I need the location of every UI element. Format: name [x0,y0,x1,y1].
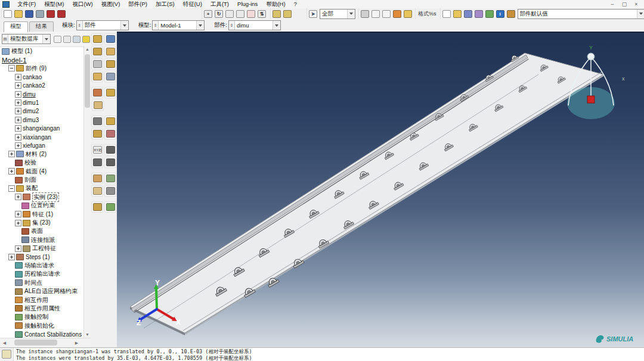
render-shaded-icon[interactable] [485,10,494,18]
menu-item-1[interactable]: 模型(M) [40,1,68,8]
expand-icon[interactable] [8,151,15,157]
merge-cut-instances-icon[interactable] [91,46,103,57]
scroll-up-icon[interactable]: ▲ [84,46,91,52]
close-button[interactable]: × [633,1,639,7]
tree-item-history-output-requests[interactable]: 历程输出请求 [0,270,84,278]
wireframe-box-icon[interactable] [442,10,451,18]
tree-item-engineering-features[interactable]: 工程特征 [0,244,84,253]
edit-attributes-icon[interactable] [72,35,80,43]
menu-item-4[interactable]: 部件(P) [124,1,151,8]
tree-item-sections[interactable]: 截面 (4) [0,167,84,175]
tree-item-connector-assignments[interactable]: 连接指派 [0,236,84,244]
part-combo[interactable]: ⇕dimu [228,20,281,30]
expand-icon[interactable] [15,82,21,89]
expand-icon[interactable] [15,117,21,123]
expand-icon[interactable] [8,168,15,175]
expand-icon[interactable] [15,74,21,80]
parallel-edge-icon[interactable] [104,116,116,127]
scroll-thumb[interactable] [85,54,90,108]
edge-to-edge-icon[interactable] [91,128,103,139]
box-zoom-icon[interactable] [236,10,245,18]
probe-icon[interactable] [392,10,402,18]
render-wireframe-icon[interactable] [463,10,473,18]
module-combo[interactable]: ⇕部件 [76,20,129,30]
compass-cube[interactable] [587,96,595,103]
edge-rail[interactable] [131,55,528,312]
tree-item-model[interactable]: Model-1 [0,55,84,64]
suppress-feature-icon[interactable] [92,99,104,111]
message-area-icon[interactable] [2,350,11,359]
open-box-icon[interactable] [403,10,413,18]
tree-vertical-scrollbar[interactable]: ▲ ▼ [83,46,91,338]
collapse-icon[interactable] [8,185,15,192]
expand-icon[interactable] [15,142,21,149]
linear-pattern-icon[interactable] [104,33,116,45]
restore-button[interactable]: ▢ [621,1,627,7]
replace-instance-icon[interactable] [91,71,103,82]
expand-icon[interactable] [15,211,21,217]
translate-to-icon[interactable] [91,116,103,127]
magnify-view-icon[interactable] [225,10,234,18]
tree-item-part[interactable]: dimu3 [0,116,84,124]
color-code-combo[interactable]: 部件默认值 [518,9,644,19]
tree-item-interactions[interactable]: 相互作用 [0,295,84,304]
tree-item-part[interactable]: cankao [0,73,84,81]
cycle-views-icon[interactable]: ⇅ [257,10,267,18]
drag-select-icon[interactable] [382,10,391,18]
datum-plane-icon[interactable] [91,157,103,168]
rotate-view-icon[interactable]: ↻ [214,10,224,18]
tree-item-calibrations[interactable]: 校验 [0,158,84,167]
query-part-icon[interactable] [91,201,103,213]
shaded-box-icon[interactable] [453,10,462,18]
context-help-icon[interactable]: ? [290,1,301,8]
tree-item-interaction-properties[interactable]: 相互作用属性 [0,304,84,313]
scroll-thumb-horizontal[interactable] [14,340,57,346]
tab-model[interactable]: 模型 [4,21,28,32]
compass-top-handle[interactable] [587,53,595,60]
menu-item-3[interactable]: 视图(V) [97,1,125,8]
datum-csys-icon[interactable] [104,157,116,168]
scroll-right-icon[interactable]: ▶ [73,338,80,347]
tree-item-part[interactable]: dimu [0,90,84,98]
render-hidden-icon[interactable] [474,10,484,18]
color-code-dialog-icon[interactable] [506,10,516,18]
auto-fit-view-icon[interactable] [246,10,256,18]
minimize-button[interactable]: – [609,1,615,7]
edit-feature-icon[interactable] [104,87,116,98]
menu-item-7[interactable]: 工具(T) [206,1,233,8]
base-plate[interactable] [130,53,603,333]
expand-icon[interactable] [15,125,21,132]
model-combo[interactable]: ⇕Model-1 [152,20,205,30]
create-instance-icon[interactable] [91,33,103,45]
tree-item-time-points[interactable]: 时间点 [0,279,84,287]
model-manager-icon[interactable] [57,10,66,18]
tree-item-contact-controls[interactable]: 接触控制 [0,313,84,321]
tree-item-part[interactable]: xiefugan [0,141,84,150]
query-info-icon[interactable] [283,10,292,18]
perspective-info-icon[interactable]: i [496,10,505,18]
create-frame-icon[interactable] [63,35,71,43]
expand-icon[interactable] [15,99,21,106]
tree-item-features[interactable]: 特征 (1) [0,210,84,218]
highlight-icon[interactable] [360,10,370,18]
expand-icon[interactable] [15,194,21,200]
attachment-points-icon[interactable] [104,173,116,184]
save-icon[interactable] [24,10,34,18]
tree-item-steps[interactable]: Steps (1) [0,253,84,261]
filter-bulb-icon[interactable] [82,35,90,43]
tree-item-profiles[interactable]: 剖面 [0,176,84,184]
view-options-icon[interactable] [272,10,281,18]
tree-item-part[interactable]: cankao2 [0,82,84,90]
new-model-icon[interactable] [3,10,13,18]
menu-item-5[interactable]: 加工(S) [151,1,179,8]
rotate-instance-icon[interactable] [104,46,116,57]
tree-item-parts[interactable]: 部件 (9) [0,64,84,73]
edit-region-icon[interactable] [91,185,103,197]
tab-results[interactable]: 结果 [29,21,54,32]
menu-item-8[interactable]: Plug-ins [233,1,262,8]
expand-icon[interactable] [15,91,21,98]
partition-icon[interactable] [91,173,103,184]
translate-instance-icon[interactable] [91,58,103,70]
collapse-icon[interactable] [8,65,15,71]
tree-item-part[interactable]: xiaxiangan [0,133,84,141]
